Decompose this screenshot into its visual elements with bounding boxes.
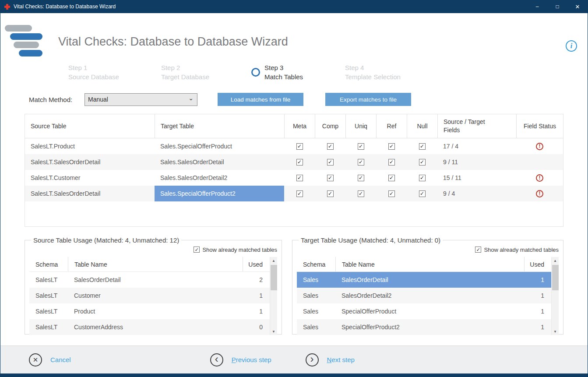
- table-name-cell: SpecialOfferProduct: [335, 303, 524, 319]
- comp-checkbox[interactable]: ✓: [327, 175, 334, 181]
- schema-cell: SalesLT: [29, 303, 68, 319]
- source-vertical-scrollbar[interactable]: ▲ ▼: [270, 257, 277, 335]
- logo-bar: [10, 33, 42, 40]
- usage-table-row[interactable]: SalesLTSalesOrderDetail2: [29, 272, 270, 288]
- step-4[interactable]: Step 4Template Selection: [345, 62, 401, 82]
- usage-table-row[interactable]: SalesLTCustomer1: [29, 288, 270, 303]
- target-usage-header: SchemaTable NameUsed: [297, 257, 551, 272]
- logo-bar: [14, 42, 39, 48]
- table-name-cell: CustomerAddress: [68, 319, 243, 335]
- meta-checkbox[interactable]: ✓: [296, 190, 303, 197]
- null-checkbox[interactable]: ✓: [419, 175, 426, 181]
- match-table-row[interactable]: SalesLT.ProductSales.SpecialOfferProduct…: [25, 138, 563, 154]
- source-show-matched-checkbox[interactable]: ✓: [194, 247, 200, 253]
- meta-checkbox[interactable]: ✓: [296, 143, 303, 150]
- target-usage-body: SalesSalesOrderDetail1SalesSalesOrderDet…: [297, 272, 551, 335]
- usage-column-header: Schema: [29, 257, 68, 271]
- cancel-icon: ✕: [29, 353, 42, 366]
- match-method-select[interactable]: Manual ⌄: [85, 93, 197, 106]
- fields-count-cell: 17 / 4: [437, 138, 516, 154]
- source-table-cell: SalesLT.SalesOrderDetail: [25, 186, 155, 201]
- scroll-down-icon[interactable]: ▼: [553, 328, 557, 335]
- null-cell: ✓: [407, 138, 437, 154]
- export-matches-button[interactable]: Export matches to file: [325, 93, 411, 106]
- ref-checkbox[interactable]: ✓: [388, 143, 395, 150]
- ref-checkbox[interactable]: ✓: [388, 190, 395, 197]
- uniq-checkbox[interactable]: ✓: [358, 175, 364, 181]
- scroll-down-icon[interactable]: ▼: [272, 328, 275, 335]
- next-step-icon: ›: [306, 353, 319, 366]
- match-column-header: Source Table: [25, 114, 155, 138]
- match-table-row[interactable]: SalesLT.SalesOrderDetailSales.SpecialOff…: [25, 186, 563, 201]
- source-table-cell: SalesLT.SalesOrderDetail: [25, 154, 155, 170]
- info-icon[interactable]: i: [566, 40, 577, 52]
- match-table-row[interactable]: SalesLT.SalesOrderDetailSales.SalesOrder…: [25, 154, 563, 170]
- match-column-header: Target Table: [155, 114, 284, 138]
- next-step-button[interactable]: › Next step: [306, 353, 355, 366]
- target-table-cell[interactable]: Sales.SpecialOfferProduct: [155, 138, 284, 154]
- usage-table-row[interactable]: SalesLTCustomerAddress0: [29, 319, 270, 335]
- used-count-cell: 1: [524, 303, 551, 319]
- ref-checkbox[interactable]: ✓: [388, 159, 395, 166]
- used-count-cell: 1: [524, 272, 551, 288]
- table-name-cell: SalesOrderDetail: [335, 272, 524, 288]
- maximize-button[interactable]: □: [547, 0, 567, 13]
- target-show-matched-checkbox[interactable]: ✓: [475, 247, 481, 253]
- comp-checkbox[interactable]: ✓: [327, 143, 334, 150]
- step-3[interactable]: Step 3Match Tables: [251, 62, 303, 82]
- ref-checkbox[interactable]: ✓: [388, 175, 395, 181]
- comp-cell: ✓: [315, 154, 345, 170]
- cancel-button[interactable]: ✕ Cancel: [29, 353, 71, 366]
- meta-cell: ✓: [284, 154, 315, 170]
- null-checkbox[interactable]: ✓: [419, 143, 426, 150]
- table-name-cell: Product: [68, 303, 243, 319]
- usage-table-row[interactable]: SalesSalesOrderDetail1: [297, 272, 551, 288]
- scrollbar-thumb[interactable]: [271, 265, 277, 290]
- close-button[interactable]: ✕: [567, 0, 588, 13]
- scroll-up-icon[interactable]: ▲: [272, 257, 275, 264]
- comp-checkbox[interactable]: ✓: [327, 159, 334, 166]
- target-table-cell[interactable]: Sales.SpecialOfferProduct2: [155, 186, 284, 201]
- source-usage-body: SalesLTSalesOrderDetail2SalesLTCustomer1…: [29, 272, 270, 335]
- field-status-error-icon: !: [536, 143, 543, 150]
- target-table-cell[interactable]: Sales.SalesOrderDetail2: [155, 170, 284, 186]
- used-count-cell: 1: [243, 288, 270, 303]
- null-checkbox[interactable]: ✓: [419, 159, 426, 166]
- source-show-matched-toggle[interactable]: ✓ Show already matched tables: [29, 245, 277, 254]
- target-table-cell[interactable]: Sales.SalesOrderDetail: [155, 154, 284, 170]
- schema-cell: SalesLT: [29, 272, 68, 288]
- usage-table-row[interactable]: SalesSalesOrderDetail21: [297, 288, 551, 303]
- match-table-row[interactable]: SalesLT.CustomerSales.SalesOrderDetail2✓…: [25, 170, 563, 186]
- uniq-checkbox[interactable]: ✓: [358, 159, 364, 166]
- ref-cell: ✓: [376, 186, 407, 201]
- match-column-header: Comp: [315, 114, 345, 138]
- null-checkbox[interactable]: ✓: [419, 190, 426, 197]
- field-status-error-icon: !: [536, 190, 543, 197]
- target-show-matched-toggle[interactable]: ✓ Show already matched tables: [297, 245, 559, 254]
- step-2[interactable]: Step 2Target Database: [161, 62, 209, 82]
- scroll-up-icon[interactable]: ▲: [553, 257, 557, 264]
- usage-table-row[interactable]: SalesSpecialOfferProduct21: [297, 319, 551, 335]
- meta-checkbox[interactable]: ✓: [296, 175, 303, 181]
- minimize-button[interactable]: –: [527, 0, 547, 13]
- comp-cell: ✓: [315, 186, 345, 201]
- uniq-cell: ✓: [345, 186, 376, 201]
- usage-column-header: Schema: [297, 257, 335, 271]
- load-matches-button[interactable]: Load matches from file: [218, 93, 303, 106]
- usage-column-header: Table Name: [335, 257, 524, 271]
- uniq-checkbox[interactable]: ✓: [358, 190, 364, 197]
- step-name: Step 4: [345, 64, 401, 71]
- uniq-checkbox[interactable]: ✓: [358, 143, 364, 150]
- step-1[interactable]: Step 1Source Database: [68, 62, 119, 82]
- usage-table-row[interactable]: SalesLTProduct1: [29, 303, 270, 319]
- null-cell: ✓: [407, 186, 437, 201]
- scrollbar-thumb[interactable]: [552, 265, 559, 290]
- comp-checkbox[interactable]: ✓: [327, 190, 334, 197]
- fields-count-cell: 9 / 11: [437, 154, 516, 170]
- source-usage-title: Source Table Usage (Matched: 4, Unmatche…: [31, 236, 181, 244]
- previous-step-button[interactable]: ‹ Previous step: [210, 353, 271, 366]
- usage-table-row[interactable]: SalesSpecialOfferProduct1: [297, 303, 551, 319]
- target-vertical-scrollbar[interactable]: ▲ ▼: [551, 257, 559, 335]
- meta-checkbox[interactable]: ✓: [296, 159, 303, 166]
- match-column-header: Null: [407, 114, 437, 138]
